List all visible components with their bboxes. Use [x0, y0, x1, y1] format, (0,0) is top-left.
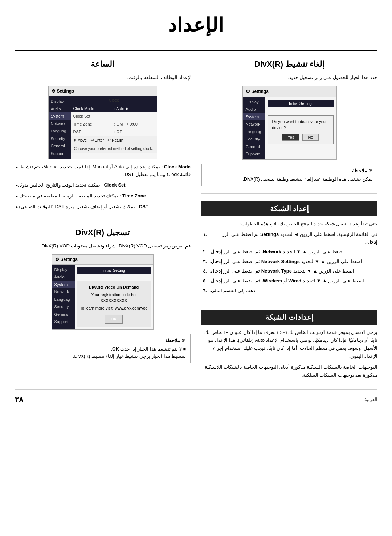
clock-description: لإعداد الوظائف المتعلقة بالوقت.	[15, 74, 191, 82]
divx-description: قم بعرض رمز تسجيل DivX(R) VOD لشراء وتشغ…	[15, 242, 191, 250]
dst-label: DST	[71, 128, 112, 136]
step-6: ٦. اذهب إلى القسم التالي.	[201, 287, 377, 295]
time-zone-value: : GMT + 0:00	[112, 120, 156, 128]
step-2-num: ٢.	[203, 248, 209, 256]
time-zone-label: Time Zone	[71, 120, 112, 128]
top-divider	[15, 50, 377, 51]
divx-settings-title: Settings	[61, 256, 78, 263]
menu-audio: Audio	[243, 106, 265, 113]
clock-footer-enter: ⏎ Enter	[90, 138, 104, 143]
time-zone-bullet-text: Time Zone : يمكنك تحديد المنطقة الزمنية …	[18, 192, 146, 200]
deactivate-note-text: يمكن تشغيل هذه الوظيفة عند إلغاء تنشيط و…	[206, 176, 373, 183]
menu-system: System	[243, 113, 265, 121]
clock-menu-system: System	[49, 112, 71, 120]
step-5-num: ٥.	[203, 277, 209, 285]
clock-menu-network: Network	[49, 120, 71, 128]
menu-network: Network	[243, 120, 265, 128]
clock-menu-display: Display	[49, 98, 71, 105]
deactivate-note-title: ملاحظة	[206, 167, 373, 175]
clock-settings-header: ⚙ Settings	[49, 86, 157, 96]
right-column: إلغاء تنشيط (R)DivX حدد هذا الخيار للحصو…	[201, 58, 377, 382]
step-4-text: اضغط على الزرين ▲ ▼ لتحديد Network Type …	[209, 267, 354, 275]
left-column: الساعة لإعداد الوظائف المتعلقة بالوقت. ⚙…	[15, 58, 191, 382]
page-container: الإعداد إلغاء تنشيط (R)DivX حدد هذا الخي…	[0, 0, 392, 536]
placeholder-row: - - - - - -	[268, 107, 334, 114]
divx-dialog-line1: Your registration code is : XXXXXXXXXX	[80, 292, 148, 304]
divx-placeholder: - - - - - -	[77, 274, 151, 281]
divx-ok-button[interactable]: OK	[105, 315, 123, 324]
two-col-layout: إلغاء تنشيط (R)DivX حدد هذا الخيار للحصو…	[15, 58, 377, 382]
clock-heading: الساعة	[15, 58, 191, 70]
divx-menu-system: System	[52, 281, 75, 289]
clock-settings-title: Settings	[57, 88, 74, 94]
divx-note-line1: ■ لا يتم تنشيط هذا الخيار إذا حدث OK.	[19, 345, 186, 353]
settings-body: Display Audio System Network Languag Sec…	[243, 97, 336, 159]
clock-table: Clock Clock Mode : Auto ► Clock Set	[71, 96, 157, 136]
divx-initial-setting: Initial Setting	[77, 267, 151, 274]
gear-icon: ⚙	[246, 88, 250, 95]
dst-bullet-text: DST : يمكنك تشغيل أو إيقاف تشغيل ميزة DS…	[18, 203, 148, 211]
deactivate-heading: إلغاء تنشيط (R)DivX	[201, 58, 377, 70]
clock-set-bullet-text: Clock Set : يمكنك تحديد الوقت والتاريخ ا…	[18, 181, 126, 189]
divx-menu: Display Audio System Network Languag Sec…	[52, 265, 75, 329]
network-steps-list: ١. في القائمة الرئيسية، اضغط على الزرين …	[201, 231, 377, 295]
deactivate-section: إلغاء تنشيط (R)DivX حدد هذا الخيار للحصو…	[201, 58, 377, 186]
bullet-1: •	[16, 163, 18, 171]
clock-mode-bullet: • Clock Mode : يمكنك إعداده إلى Auto أو …	[15, 163, 191, 179]
dst-value: : Off	[112, 128, 156, 136]
network-settings-para1: يرجى الاتصال بموفر خدمة الإنترنت الخاص ب…	[201, 328, 377, 360]
time-zone-row: Time Zone : GMT + 0:00	[71, 120, 157, 128]
network-setup-description: حتى تبدأ إعداد اتصال شبكة جديد للمنتج ال…	[201, 220, 377, 228]
divx-note: ملاحظة ■ لا يتم تنشيط هذا الخيار إذا حدث…	[15, 334, 191, 364]
settings-title: Settings	[252, 88, 269, 95]
settings-box-header: ⚙ Settings	[243, 86, 336, 97]
step-3: ٣. اضغط على الزرين ▲ ▼ لتحديد Network Se…	[201, 258, 377, 266]
divider-1	[201, 193, 377, 194]
no-button[interactable]: No	[302, 134, 318, 141]
step-1-text: في القائمة الرئيسية، اضغط على الزرين ◄ ل…	[209, 231, 377, 246]
divx-gear-icon: ⚙	[55, 256, 59, 263]
clock-content: Clock Clock Mode : Auto ► Clock Set	[71, 96, 157, 159]
step-2: ٢. اضغط على الزرين ▲ ▼ لتحديد Network، ث…	[201, 248, 377, 256]
dialog-text: Do you want to deactivate your device?	[272, 119, 329, 131]
page-number: ٣٨	[15, 393, 23, 405]
network-setup-section: إعداد الشبكة حتى تبدأ إعداد اتصال شبكة ج…	[201, 201, 377, 295]
divx-menu-display: Display	[52, 266, 75, 274]
time-zone-bullet: • Time Zone : يمكنك تحديد المنطقة الزمني…	[15, 192, 191, 200]
step-3-text: اضغط على الزرين ▲ ▼ لتحديد Network Setti…	[209, 258, 362, 266]
bullet-2: •	[16, 181, 18, 189]
divx-menu-language: Languag	[52, 296, 75, 303]
dst-bullet: • DST : يمكنك تشغيل أو إيقاف تشغيل ميزة …	[15, 203, 191, 211]
deactivate-settings-box: ⚙ Settings Display Audio System Network …	[242, 86, 337, 160]
clock-menu-audio: Audio	[49, 105, 71, 113]
divx-settings-header: ⚙ Settings	[52, 255, 153, 265]
clock-footer-move: ⇕ Move	[73, 138, 87, 143]
deactivate-dialog: Do you want to deactivate your device? Y…	[268, 115, 334, 144]
step-5: ٥. اضغط على الزرين ▲ ▼ لتحديد Wired أو W…	[201, 277, 377, 285]
divx-registration-section: تسجيل (R)DivX قم بعرض رمز تسجيل DivX(R) …	[15, 226, 191, 364]
clock-menu-language: Languag	[49, 127, 71, 135]
deactivate-content: Initial Setting - - - - - - Do you want …	[265, 97, 336, 159]
clock-menu-general: General	[49, 142, 71, 150]
yes-button[interactable]: Yes	[282, 134, 299, 141]
divx-dialog-line2: To learn more visit: www.divx.com/vod	[80, 305, 148, 311]
deactivate-description: حدد هذا الخيار للحصول على رمز تسجيل جديد…	[201, 74, 377, 82]
step-2-text: اضغط على الزرين ▲ ▼ لتحديد Network، ثم ا…	[209, 248, 344, 256]
dialog-buttons[interactable]: Yes No	[272, 134, 329, 141]
step-4-num: ٤.	[203, 267, 209, 275]
step-1-num: ١.	[203, 231, 209, 238]
clock-note: Choose your preferred method of setting …	[71, 144, 157, 153]
clock-header-cell: Clock	[71, 96, 157, 105]
menu-display: Display	[243, 98, 265, 106]
divx-heading: تسجيل (R)DivX	[15, 226, 191, 238]
page-footer: العربية ٣٨	[15, 389, 377, 405]
step-1: ١. في القائمة الرئيسية، اضغط على الزرين …	[201, 231, 377, 246]
settings-menu: Display Audio System Network Languag Sec…	[243, 97, 265, 159]
clock-mode-value: : Auto ►	[112, 105, 156, 112]
clock-menu: Display Audio System Network Languag Sec…	[49, 96, 71, 159]
clock-bullets: • Clock Mode : يمكنك إعداده إلى Auto أو …	[15, 163, 191, 212]
clock-gear-icon: ⚙	[52, 88, 56, 94]
menu-general: General	[243, 143, 265, 151]
bullet-4: •	[16, 203, 18, 211]
clock-set-bullet: • Clock Set : يمكنك تحديد الوقت والتاريخ…	[15, 181, 191, 189]
